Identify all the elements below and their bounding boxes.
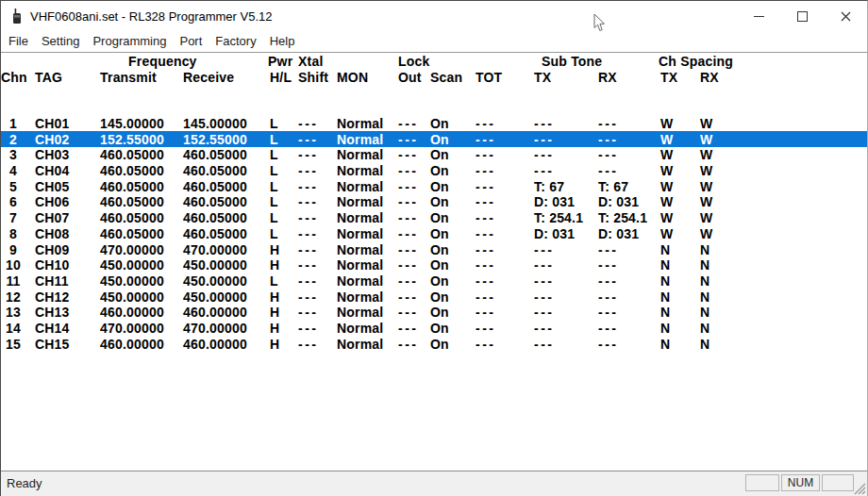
table-column-header: Chn TAG Transmit Receive H/L Shift MON O…	[1, 70, 867, 86]
col-header-spacing-rx: RX	[692, 70, 739, 86]
menu-item-programming[interactable]: Programming	[86, 31, 173, 52]
table-row[interactable]: 5 CH05 460.05000 460.05000 L --- Normal …	[1, 178, 867, 194]
cell-mon: Normal	[328, 337, 390, 352]
cell-spacing-tx: N	[652, 257, 692, 273]
table-row[interactable]: 7 CH07 460.05000 460.05000 L --- Normal …	[1, 210, 867, 226]
cell-scan: On	[425, 337, 467, 352]
cell-spacing-tx: W	[652, 163, 692, 178]
cell-scan: On	[425, 116, 467, 131]
table-row[interactable]: 2 CH02 152.55000 152.55000 L --- Normal …	[1, 131, 867, 147]
table-row[interactable]: 4 CH04 460.05000 460.05000 L --- Normal …	[1, 163, 867, 179]
cell-tag: CH07	[25, 210, 92, 225]
col-header-hl: H/L	[259, 70, 290, 86]
col-header-tot: TOT	[467, 70, 526, 86]
maximize-button[interactable]	[780, 1, 824, 31]
cell-mon: Normal	[328, 257, 390, 273]
cell-transmit: 450.00000	[92, 273, 175, 289]
window-controls	[737, 1, 867, 31]
cell-transmit: 460.05000	[92, 147, 175, 162]
cell-pwr: L	[259, 273, 290, 289]
menu-item-setting[interactable]: Setting	[35, 31, 86, 52]
cell-spacing-tx: N	[652, 273, 692, 289]
table-row[interactable]: 3 CH03 460.05000 460.05000 L --- Normal …	[1, 147, 867, 163]
cell-spacing-tx: N	[652, 289, 692, 305]
cell-subtone-tx: ---	[526, 321, 590, 336]
num-lock-indicator: NUM	[781, 474, 820, 491]
cell-scan: On	[425, 179, 467, 194]
cell-tot: ---	[467, 163, 526, 178]
cell-transmit: 460.05000	[92, 163, 175, 178]
cell-scan: On	[425, 273, 467, 289]
cell-shift: ---	[290, 132, 328, 147]
cell-out: ---	[390, 305, 425, 320]
cell-receive: 145.00000	[175, 116, 259, 131]
table-row[interactable]: 6 CH06 460.05000 460.05000 L --- Normal …	[1, 194, 867, 210]
cell-scan: On	[425, 147, 467, 162]
table-row[interactable]: 1 CH01 145.00000 145.00000 L --- Normal …	[1, 116, 867, 132]
cell-tag: CH12	[25, 289, 92, 305]
cell-pwr: L	[259, 163, 290, 178]
cell-tot: ---	[467, 321, 526, 336]
minimize-button[interactable]	[737, 1, 780, 31]
cell-spacing-rx: N	[692, 305, 739, 320]
cell-transmit: 460.00000	[92, 337, 175, 352]
cell-tot: ---	[467, 179, 526, 194]
cell-receive: 450.00000	[175, 257, 259, 273]
col-header-tag: TAG	[25, 70, 92, 86]
cell-receive: 460.00000	[175, 305, 259, 320]
menu-item-help[interactable]: Help	[263, 31, 302, 52]
cell-chn: 9	[1, 242, 25, 257]
resize-grip[interactable]	[854, 483, 866, 495]
cell-receive: 450.00000	[175, 273, 259, 289]
menu-item-file[interactable]: File	[2, 31, 35, 52]
status-bar: Ready NUM	[1, 471, 867, 496]
table-row[interactable]: 14 CH14 470.00000 470.00000 H --- Normal…	[1, 321, 867, 337]
cell-subtone-rx: ---	[590, 321, 652, 336]
table-row[interactable]: 12 CH12 450.00000 450.00000 H --- Normal…	[1, 289, 867, 305]
cell-pwr: H	[259, 321, 290, 336]
cell-spacing-rx: W	[692, 147, 739, 162]
cell-out: ---	[390, 194, 425, 209]
col-header-subtone-rx: RX	[590, 70, 652, 86]
cell-shift: ---	[290, 305, 328, 320]
cell-spacing-tx: W	[652, 210, 692, 225]
group-header-sub-tone: Sub Tone	[542, 54, 602, 70]
cell-shift: ---	[290, 257, 328, 273]
cell-tag: CH14	[25, 321, 92, 336]
close-button[interactable]	[824, 1, 867, 31]
cell-spacing-tx: W	[652, 116, 692, 131]
cell-mon: Normal	[328, 289, 390, 305]
cell-tot: ---	[467, 273, 526, 289]
cell-receive: 450.00000	[175, 289, 259, 305]
table-row[interactable]: 11 CH11 450.00000 450.00000 L --- Normal…	[1, 273, 867, 289]
cell-scan: On	[425, 226, 467, 241]
table-row[interactable]: 8 CH08 460.05000 460.05000 L --- Normal …	[1, 226, 867, 242]
cell-out: ---	[390, 179, 425, 194]
cell-transmit: 450.00000	[92, 289, 175, 305]
channel-table: Frequency Pwr Xtal Lock Sub Tone Ch Spac…	[1, 53, 867, 471]
cell-out: ---	[390, 242, 425, 257]
table-row[interactable]: 15 CH15 460.00000 460.00000 H --- Normal…	[1, 336, 867, 352]
cell-transmit: 470.00000	[92, 321, 175, 336]
table-rows: 1 CH01 145.00000 145.00000 L --- Normal …	[1, 100, 867, 352]
cell-tag: CH15	[25, 337, 92, 352]
table-row[interactable]	[1, 100, 867, 116]
cell-mon: Normal	[328, 179, 390, 194]
menu-item-factory[interactable]: Factory	[209, 31, 262, 52]
maximize-icon	[797, 11, 808, 22]
status-pane-2	[822, 474, 854, 491]
table-row[interactable]: 13 CH13 460.00000 460.00000 H --- Normal…	[1, 305, 867, 321]
cell-chn: 1	[1, 116, 25, 131]
cell-shift: ---	[290, 163, 328, 178]
col-header-transmit: Transmit	[92, 70, 175, 86]
cell-tot: ---	[467, 210, 526, 225]
table-row[interactable]: 10 CH10 450.00000 450.00000 H --- Normal…	[1, 257, 867, 273]
cell-receive: 460.00000	[175, 337, 259, 352]
cell-receive: 460.05000	[175, 147, 259, 162]
cell-subtone-rx: T: 67	[590, 179, 652, 194]
table-row[interactable]: 9 CH09 470.00000 470.00000 H --- Normal …	[1, 241, 867, 257]
menu-item-port[interactable]: Port	[173, 31, 209, 52]
cell-scan: On	[425, 210, 467, 225]
cell-tag: CH05	[25, 179, 92, 194]
cell-spacing-tx: W	[652, 179, 692, 194]
